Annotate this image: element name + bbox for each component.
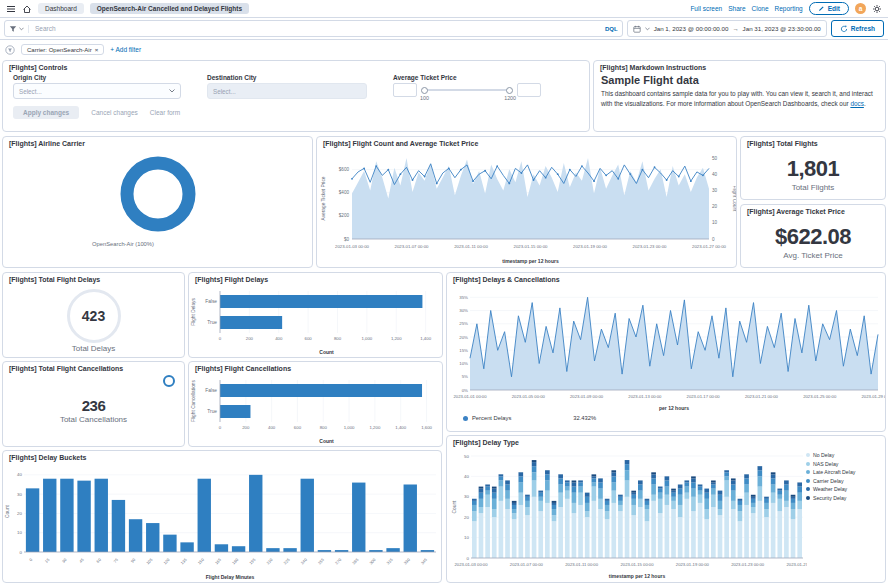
total-cancellations-label: Total Cancellations	[60, 415, 127, 424]
svg-text:0: 0	[20, 550, 23, 555]
svg-text:2023-01-11 00:00: 2023-01-11 00:00	[454, 244, 488, 249]
date-from[interactable]: Jan 1, 2023 @ 00:00:00.00	[654, 25, 729, 32]
svg-text:400: 400	[268, 425, 276, 430]
legend-item[interactable]: Security Delay	[806, 495, 882, 501]
svg-text:False: False	[205, 299, 217, 304]
gear-icon[interactable]	[872, 4, 882, 14]
panel-title: [Flights] Flight Cancellations	[189, 362, 442, 373]
svg-text:2023-01-09 00:00: 2023-01-09 00:00	[570, 394, 604, 399]
panel-total-flights: [Flights] Total Flights 1,801 Total Flig…	[740, 136, 886, 200]
legend-dot-icon	[806, 479, 810, 483]
panel-delays-cancellations: [Flights] Delays & Cancellations 0%5%10%…	[446, 272, 886, 432]
svg-text:600: 600	[305, 336, 313, 341]
panel-title: [Flights] Flight Count and Average Ticke…	[317, 137, 736, 148]
svg-text:10: 10	[712, 220, 718, 225]
panel-title: [Flights] Controls	[3, 61, 589, 72]
apply-changes-button[interactable]: Apply changes	[13, 106, 79, 119]
panel-title: [Flights] Total Flight Delays	[3, 273, 184, 284]
total-flights-value: 1,801	[787, 156, 840, 182]
flight-delays-bar-chart[interactable]: 02004006008001,0001,2001,400FalseTrueCou…	[190, 286, 443, 358]
svg-text:20: 20	[17, 511, 22, 516]
origin-city-select[interactable]: Select...	[13, 83, 181, 99]
svg-text:0: 0	[467, 556, 470, 561]
filter-options-icon[interactable]	[5, 45, 15, 55]
svg-text:1,400: 1,400	[395, 425, 406, 430]
svg-text:180: 180	[231, 557, 240, 566]
docs-link[interactable]: docs	[850, 100, 864, 107]
filter-pill-carrier[interactable]: Carrier: OpenSearch-Air ×	[21, 44, 104, 55]
legend-item[interactable]: NAS Delay	[806, 461, 882, 467]
delay-type-stacked-chart[interactable]: 010203040502023-01-03 00:002023-01-07 00…	[451, 450, 807, 583]
svg-text:20: 20	[464, 515, 469, 520]
panel-markdown-instructions: [Flights] Markdown Instructions Sample F…	[593, 60, 886, 132]
price-range-slider[interactable]: 100 1200	[421, 84, 513, 96]
svg-text:2023-01-13 00:00: 2023-01-13 00:00	[628, 394, 662, 399]
delay-type-legend[interactable]: No DelayNAS DelayLate Aircraft DelayCarr…	[806, 452, 882, 501]
slider-handle-min[interactable]	[421, 87, 428, 94]
price-max-input[interactable]	[517, 83, 541, 97]
svg-text:105: 105	[145, 557, 154, 566]
legend-item[interactable]: Weather Delay	[806, 486, 882, 492]
svg-text:210: 210	[265, 557, 274, 566]
total-delays-gauge: 423 Total Delays	[3, 285, 184, 357]
panel-flight-cancellations: [Flights] Flight Cancellations 020040060…	[188, 361, 443, 447]
date-arrow: →	[732, 25, 738, 32]
search-input[interactable]	[33, 24, 601, 33]
svg-text:75: 75	[112, 557, 119, 564]
flight-cancellations-bar-chart[interactable]: 02004006008001,0001,2001,4001,600FalseTr…	[190, 375, 443, 447]
delay-buckets-bar-chart[interactable]: 0102030400153045607590105120135150165180…	[4, 465, 442, 583]
panel-title: [Flights] Flight Delays	[189, 273, 442, 284]
svg-text:20: 20	[712, 204, 718, 209]
svg-text:2023-01-07 00:00: 2023-01-07 00:00	[395, 244, 430, 249]
svg-text:400: 400	[275, 336, 283, 341]
panel-total-flight-delays: [Flights] Total Flight Delays 423 Total …	[2, 272, 185, 358]
svg-text:240: 240	[300, 557, 309, 566]
user-avatar[interactable]: a	[855, 3, 866, 14]
filter-bar: Carrier: OpenSearch-Air × + Add filter	[0, 41, 888, 58]
full-screen-link[interactable]: Full screen	[690, 5, 722, 12]
legend-item[interactable]: Late Aircraft Delay	[806, 469, 882, 475]
dql-toggle[interactable]: DQL	[605, 26, 618, 32]
calendar-icon[interactable]	[633, 25, 641, 33]
svg-text:timestamp per 12 hours: timestamp per 12 hours	[609, 573, 666, 579]
page-title: OpenSearch-Air Cancelled and Delayed Fli…	[90, 3, 249, 14]
saved-query-menu-button[interactable]	[9, 25, 29, 33]
avg-ticket-price-control: Average Ticket Price 100 1200	[393, 74, 561, 99]
flight-count-avg-price-chart[interactable]: $0$200$400$600010203040502023-01-03 00:0…	[318, 150, 737, 268]
search-box: DQL	[4, 20, 623, 37]
legend-item[interactable]: No Delay	[806, 452, 882, 458]
airline-carrier-donut-chart[interactable]	[4, 150, 313, 242]
date-to[interactable]: Jan 31, 2023 @ 23:30:00.00	[743, 25, 821, 32]
donut-legend[interactable]: OpenSearch-Air (100%)	[23, 241, 223, 247]
remove-filter-icon[interactable]: ×	[95, 47, 99, 53]
breadcrumb-dashboard[interactable]: Dashboard	[38, 3, 84, 14]
legend-label: Weather Delay	[813, 486, 847, 492]
delays-cancellations-chart[interactable]: 0%5%10%15%20%25%30%35%2023-01-01 00:0020…	[448, 286, 886, 418]
top-nav-bar: Dashboard OpenSearch-Air Cancelled and D…	[0, 0, 888, 18]
slider-handle-max[interactable]	[506, 87, 513, 94]
price-min-input[interactable]	[393, 83, 417, 97]
svg-text:200: 200	[242, 425, 250, 430]
cancel-changes-button[interactable]: Cancel changes	[91, 109, 138, 116]
svg-text:30%: 30%	[459, 308, 468, 313]
svg-text:Count: Count	[5, 504, 10, 517]
clear-form-button[interactable]: Clear form	[150, 109, 180, 116]
menu-icon[interactable]	[6, 4, 16, 14]
date-range-picker: Jan 1, 2023 @ 00:00:00.00 → Jan 31, 2023…	[627, 20, 827, 37]
edit-button[interactable]: Edit	[809, 2, 849, 15]
legend-item[interactable]: Carrier Delay	[806, 478, 882, 484]
svg-text:$400: $400	[339, 190, 350, 195]
destination-city-select[interactable]: Select...	[207, 83, 367, 99]
reporting-link[interactable]: Reporting	[775, 5, 803, 12]
chevron-down-icon[interactable]	[645, 27, 650, 31]
slider-track	[423, 89, 511, 91]
refresh-button[interactable]: Refresh	[831, 20, 884, 37]
svg-text:30: 30	[61, 557, 68, 564]
percent-delays-legend[interactable]: Percent Delays 32.432%	[463, 415, 596, 421]
share-link[interactable]: Share	[728, 5, 745, 12]
svg-text:1,000: 1,000	[344, 425, 355, 430]
add-filter-button[interactable]: + Add filter	[110, 46, 141, 53]
svg-text:60: 60	[95, 557, 102, 564]
home-icon[interactable]	[22, 4, 32, 14]
clone-link[interactable]: Clone	[752, 5, 769, 12]
